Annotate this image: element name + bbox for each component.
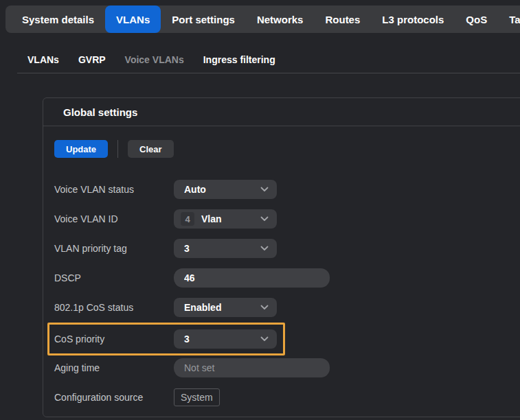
top-nav-tab-system-details[interactable]: System details <box>11 5 105 33</box>
field-label-802-1p-cos-status: 802.1p CoS status <box>54 302 174 313</box>
field-row-802-1p-cos-status: 802.1p CoS statusEnabled <box>54 298 520 317</box>
802-1p-cos-status-value: Enabled <box>184 302 260 313</box>
field-label-configuration-source: Configuration source <box>54 392 174 403</box>
top-nav-tab-task-queue[interactable]: Task queue <box>498 5 520 33</box>
cos-priority-value: 3 <box>184 334 260 345</box>
clear-button[interactable]: Clear <box>128 140 174 158</box>
cos-priority-select[interactable]: 3 <box>174 329 277 349</box>
field-row-vlan-priority-tag: VLAN priority tag3 <box>54 239 520 258</box>
dscp-input[interactable] <box>174 268 330 288</box>
panel-header: Global settings <box>43 98 520 126</box>
field-label-dscp: DSCP <box>54 272 174 283</box>
aging-time-input[interactable] <box>174 358 330 377</box>
field-label-voice-vlan-status: Voice VLAN status <box>54 184 174 195</box>
field-row-dscp: DSCP <box>54 268 520 288</box>
voice-vlan-status-value: Auto <box>184 184 260 195</box>
sub-nav-tab-ingress-filtering[interactable]: Ingress filtering <box>203 54 275 65</box>
sub-nav-tab-vlans[interactable]: VLANs <box>27 54 59 65</box>
field-label-vlan-priority-tag: VLAN priority tag <box>54 243 174 254</box>
vlan-priority-tag-select[interactable]: 3 <box>174 239 277 258</box>
top-nav-tab-qos[interactable]: QoS <box>455 5 498 33</box>
voice-vlan-id-value: Vlan <box>201 213 260 224</box>
panel-title: Global settings <box>63 106 137 118</box>
panel-body: Update Clear Voice VLAN statusAutoVoice … <box>43 126 520 407</box>
voice-vlan-id-select[interactable]: 4Vlan <box>174 209 277 229</box>
chevron-down-icon <box>260 216 269 222</box>
sub-nav-tab-voice-vlans[interactable]: Voice VLANs <box>125 54 184 65</box>
voice-vlan-status-select[interactable]: Auto <box>174 180 277 199</box>
configuration-source-value-badge: System <box>174 388 220 406</box>
field-row-configuration-source: Configuration sourceSystem <box>54 388 520 407</box>
sub-nav-tab-gvrp[interactable]: GVRP <box>78 54 106 65</box>
button-row: Update Clear <box>54 140 520 158</box>
field-label-aging-time: Aging time <box>54 362 174 373</box>
chevron-down-icon <box>260 336 269 342</box>
field-row-aging-time: Aging time <box>54 358 520 377</box>
update-button[interactable]: Update <box>54 140 108 158</box>
top-nav-tab-networks[interactable]: Networks <box>246 5 315 33</box>
highlight-annotation-box: CoS priority3 <box>47 323 285 355</box>
sub-nav-bar: VLANsGVRPVoice VLANsIngress filtering <box>27 51 275 69</box>
global-settings-panel: Global settings Update Clear Voice VLAN … <box>43 97 520 417</box>
802-1p-cos-status-select[interactable]: Enabled <box>174 298 277 317</box>
chevron-down-icon <box>260 246 269 251</box>
field-label-cos-priority: CoS priority <box>54 334 174 345</box>
chevron-down-icon <box>260 187 269 192</box>
voice-vlan-id-badge: 4 <box>181 212 194 226</box>
field-row-voice-vlan-id: Voice VLAN ID4Vlan <box>54 209 520 229</box>
form-rows: Voice VLAN statusAutoVoice VLAN ID4VlanV… <box>54 180 520 407</box>
top-nav-tab-vlans[interactable]: VLANs <box>105 5 161 33</box>
top-nav-tab-l3-protocols[interactable]: L3 protocols <box>371 5 455 33</box>
field-row-cos-priority: CoS priority3 <box>54 329 283 349</box>
vlan-priority-tag-value: 3 <box>184 243 260 254</box>
field-label-voice-vlan-id: Voice VLAN ID <box>54 213 174 224</box>
top-nav-tab-routes[interactable]: Routes <box>314 5 371 33</box>
button-separator <box>117 140 118 158</box>
top-nav-tab-port-settings[interactable]: Port settings <box>161 5 246 33</box>
field-row-voice-vlan-status: Voice VLAN statusAuto <box>54 180 520 199</box>
top-nav-bar: System detailsVLANsPort settingsNetworks… <box>5 5 520 33</box>
sub-nav-divider <box>17 73 520 73</box>
chevron-down-icon <box>260 305 269 310</box>
